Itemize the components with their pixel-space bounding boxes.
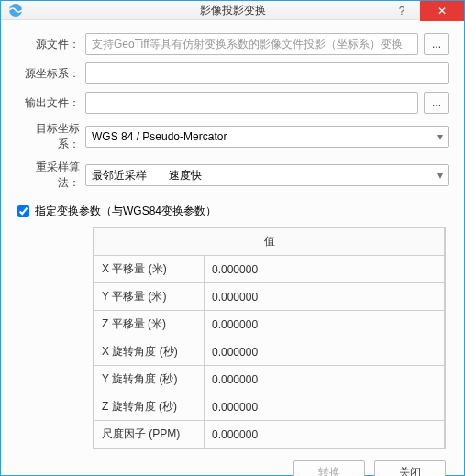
param-value[interactable]: 0.000000	[205, 256, 445, 283]
param-value[interactable]: 0.000000	[205, 311, 445, 338]
table-row: X 旋转角度 (秒)0.000000	[94, 338, 445, 366]
chevron-down-icon: ▾	[437, 169, 443, 182]
param-value[interactable]: 0.000000	[205, 421, 445, 448]
specify-params-checkbox[interactable]	[17, 205, 29, 217]
source-file-input[interactable]	[85, 33, 418, 55]
param-name: Z 旋转角度 (秒)	[94, 393, 205, 421]
param-name: Y 旋转角度 (秒)	[94, 366, 205, 393]
param-name: X 平移量 (米)	[94, 256, 205, 283]
value-header: 值	[94, 228, 445, 256]
table-row: Z 旋转角度 (秒)0.000000	[94, 393, 445, 421]
chevron-down-icon: ▾	[437, 130, 443, 143]
target-crs-label: 目标坐标系：	[16, 121, 85, 152]
source-crs-label: 源坐标系：	[16, 66, 85, 82]
source-crs-input[interactable]	[85, 62, 449, 84]
table-row: X 平移量 (米)0.000000	[94, 256, 445, 283]
output-file-browse-button[interactable]: ...	[424, 92, 449, 114]
table-row: Y 平移量 (米)0.000000	[94, 283, 445, 311]
params-table: 值 X 平移量 (米)0.000000 Y 平移量 (米)0.000000 Z …	[93, 227, 446, 449]
close-dialog-button[interactable]: 关闭	[374, 460, 446, 476]
source-file-label: 源文件：	[16, 37, 85, 52]
help-button[interactable]: ?	[383, 1, 420, 21]
resample-label: 重采样算法：	[16, 160, 85, 191]
target-crs-select[interactable]: WGS 84 / Pseudo-Mercator ▾	[85, 126, 449, 148]
table-row: Y 旋转角度 (秒)0.000000	[94, 366, 445, 393]
param-value[interactable]: 0.000000	[205, 283, 445, 311]
param-value[interactable]: 0.000000	[205, 366, 445, 393]
titlebar: 影像投影变换 ? ✕	[1, 1, 464, 20]
param-name: Y 平移量 (米)	[94, 283, 205, 311]
output-file-input[interactable]	[85, 92, 418, 114]
dialog-window: 影像投影变换 ? ✕ 源文件： ... 源坐标系： 输出文件： ... 目标坐标…	[0, 0, 465, 476]
table-row: Z 平移量 (米)0.000000	[94, 311, 445, 338]
table-row: 尺度因子 (PPM)0.000000	[94, 421, 445, 448]
resample-value: 最邻近采样 速度快	[92, 168, 202, 183]
transform-button[interactable]: 转换	[293, 460, 365, 476]
close-button[interactable]: ✕	[420, 1, 464, 21]
target-crs-value: WGS 84 / Pseudo-Mercator	[92, 130, 227, 143]
resample-select[interactable]: 最邻近采样 速度快 ▾	[85, 164, 449, 186]
param-name: 尺度因子 (PPM)	[94, 421, 205, 448]
source-file-browse-button[interactable]: ...	[424, 33, 449, 55]
param-value[interactable]: 0.000000	[205, 338, 445, 366]
param-name: X 旋转角度 (秒)	[94, 338, 205, 366]
output-file-label: 输出文件：	[16, 95, 85, 111]
specify-params-label: 指定变换参数（与WGS84变换参数）	[35, 204, 216, 219]
param-value[interactable]: 0.000000	[205, 393, 445, 421]
content-area: 源文件： ... 源坐标系： 输出文件： ... 目标坐标系： WGS 84 /…	[1, 20, 464, 476]
param-name: Z 平移量 (米)	[94, 311, 205, 338]
